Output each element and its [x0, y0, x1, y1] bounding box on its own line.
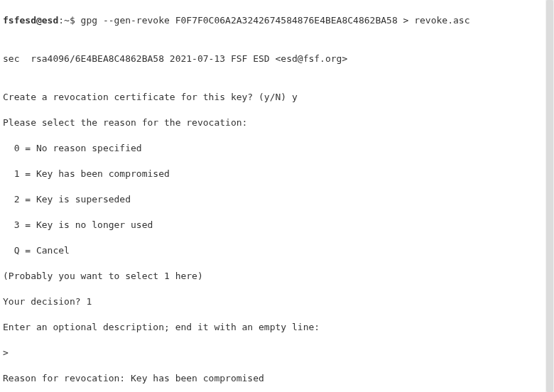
option-1: 1 = Key has been compromised [3, 168, 551, 180]
scrollbar-track[interactable] [545, 0, 554, 392]
scrollbar-thumb[interactable] [546, 0, 553, 392]
decision-line: Your decision? 1 [3, 295, 551, 308]
option-3: 3 = Key is no longer used [3, 219, 551, 232]
sec-key-line: sec rsa4096/6E4BEA8C4862BA58 2021-07-13 … [3, 53, 551, 65]
prompt-userhost: fsfesd@esd [3, 15, 58, 26]
enter-description: Enter an optional description; end it wi… [3, 321, 551, 334]
terminal-output[interactable]: fsfesd@esd:~$ gpg --gen-revoke F0F7F0C06… [0, 0, 554, 392]
option-q: Q = Cancel [3, 244, 551, 257]
option-2: 2 = Key is superseded [3, 193, 551, 206]
description-prompt: > [3, 347, 551, 359]
prompt-line-1: fsfesd@esd:~$ gpg --gen-revoke F0F7F0C06… [3, 14, 551, 27]
select-reason: Please select the reason for the revocat… [3, 116, 551, 129]
option-0: 0 = No reason specified [3, 142, 551, 155]
create-question: Create a revocation certificate for this… [3, 91, 551, 104]
command-text: gpg --gen-revoke F0F7F0C06A2A32426745848… [81, 15, 470, 26]
prompt-path: :~$ [58, 15, 80, 26]
reason-line: Reason for revocation: Key has been comp… [3, 372, 551, 385]
probably-hint: (Probably you want to select 1 here) [3, 270, 551, 283]
